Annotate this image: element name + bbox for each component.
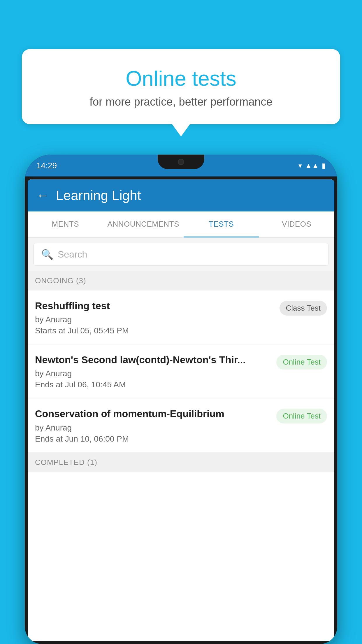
test-title: Newton's Second law(contd)-Newton's Thir… xyxy=(35,353,272,366)
status-bar: 14:29 ▾ ▲▲ ▮ xyxy=(25,155,337,176)
tab-ments[interactable]: MENTS xyxy=(28,211,103,237)
test-title: Reshuffling test xyxy=(35,299,275,312)
promo-subtitle: for more practice, better performance xyxy=(36,96,326,108)
phone-screen: ← Learning Light MENTS ANNOUNCEMENTS TES… xyxy=(28,179,334,641)
test-badge: Online Test xyxy=(276,355,327,370)
test-item[interactable]: Newton's Second law(contd)-Newton's Thir… xyxy=(28,344,334,398)
test-info: Reshuffling test by Anurag Starts at Jul… xyxy=(35,299,275,335)
test-title: Conservation of momentum-Equilibrium xyxy=(35,407,272,420)
search-placeholder: Search xyxy=(58,249,87,260)
search-bar[interactable]: 🔍 Search xyxy=(34,243,328,266)
test-badge: Online Test xyxy=(276,409,327,424)
ongoing-section-header: ONGOING (3) xyxy=(28,271,334,290)
phone-frame: 14:29 ▾ ▲▲ ▮ ← Learning Light MENTS ANNO… xyxy=(25,155,337,644)
test-time: Ends at Jun 10, 06:00 PM xyxy=(35,434,272,444)
completed-section-header: COMPLETED (1) xyxy=(28,453,334,472)
test-author: by Anurag xyxy=(35,315,275,324)
signal-icon: ▲▲ xyxy=(305,162,319,170)
promo-card: Online tests for more practice, better p… xyxy=(22,49,340,124)
test-time: Starts at Jul 05, 05:45 PM xyxy=(35,326,275,335)
test-author: by Anurag xyxy=(35,369,272,378)
tabs-bar: MENTS ANNOUNCEMENTS TESTS VIDEOS xyxy=(28,211,334,238)
tab-announcements[interactable]: ANNOUNCEMENTS xyxy=(103,211,184,237)
wifi-icon: ▾ xyxy=(298,162,302,170)
test-time: Ends at Jul 06, 10:45 AM xyxy=(35,380,272,389)
phone-notch xyxy=(158,155,204,169)
test-item[interactable]: Conservation of momentum-Equilibrium by … xyxy=(28,398,334,452)
app-bar: ← Learning Light xyxy=(28,179,334,211)
app-bar-title: Learning Light xyxy=(56,188,141,203)
status-icons: ▾ ▲▲ ▮ xyxy=(298,162,326,170)
test-info: Newton's Second law(contd)-Newton's Thir… xyxy=(35,353,272,389)
battery-icon: ▮ xyxy=(322,162,326,170)
tab-tests[interactable]: TESTS xyxy=(184,211,259,237)
test-badge: Class Test xyxy=(280,301,327,316)
status-time: 14:29 xyxy=(36,161,57,170)
test-author: by Anurag xyxy=(35,423,272,433)
back-button[interactable]: ← xyxy=(36,188,49,202)
tab-videos[interactable]: VIDEOS xyxy=(259,211,334,237)
search-container: 🔍 Search xyxy=(28,238,334,271)
search-icon: 🔍 xyxy=(41,249,53,260)
promo-title: Online tests xyxy=(36,66,326,90)
test-item[interactable]: Reshuffling test by Anurag Starts at Jul… xyxy=(28,290,334,344)
phone-camera xyxy=(178,159,184,165)
test-info: Conservation of momentum-Equilibrium by … xyxy=(35,407,272,443)
